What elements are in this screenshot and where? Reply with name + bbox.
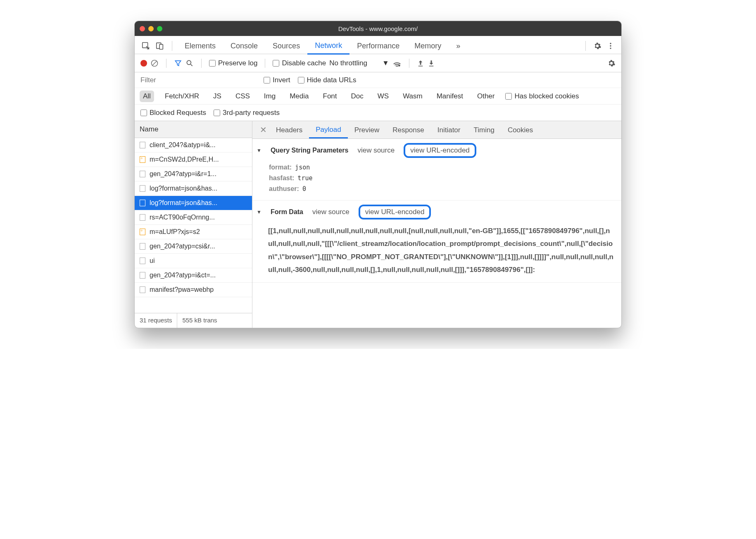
- request-item[interactable]: manifest?pwa=webhp: [135, 283, 252, 297]
- file-icon: [140, 142, 145, 148]
- file-icon: [140, 258, 145, 264]
- tab-more[interactable]: »: [449, 38, 468, 54]
- type-js[interactable]: JS: [210, 91, 225, 102]
- record-button[interactable]: [140, 60, 147, 67]
- close-window-button[interactable]: [140, 26, 145, 31]
- request-item[interactable]: gen_204?atyp=csi&r...: [135, 239, 252, 254]
- separator: [172, 41, 172, 51]
- dtab-initiator[interactable]: Initiator: [431, 122, 467, 138]
- third-party-label: 3rd-party requests: [223, 109, 280, 117]
- request-item[interactable]: ui: [135, 254, 252, 268]
- tab-memory[interactable]: Memory: [407, 38, 449, 54]
- preserve-log-label: Preserve log: [218, 59, 257, 67]
- file-icon: [140, 156, 145, 163]
- maximize-window-button[interactable]: [157, 26, 162, 31]
- request-item[interactable]: m=CnSW2d,DPreE,H...: [135, 153, 252, 167]
- invert-label: Invert: [273, 76, 290, 84]
- dtab-headers[interactable]: Headers: [269, 122, 309, 138]
- request-name: gen_204?atyp=i&r=1...: [150, 170, 216, 178]
- file-icon: [140, 171, 145, 177]
- minimize-window-button[interactable]: [148, 26, 154, 31]
- view-url-encoded-link[interactable]: view URL-encoded: [359, 205, 431, 219]
- type-font[interactable]: Font: [320, 91, 340, 102]
- request-item[interactable]: log?format=json&has...: [135, 181, 252, 196]
- type-doc[interactable]: Doc: [348, 91, 367, 102]
- disable-cache-checkbox[interactable]: Disable cache: [273, 59, 326, 67]
- collapse-icon[interactable]: ▼: [257, 209, 262, 215]
- main-tabs: Elements Console Sources Network Perform…: [135, 36, 621, 54]
- type-fetchxhr[interactable]: Fetch/XHR: [162, 91, 202, 102]
- panel-gear-icon[interactable]: [607, 59, 616, 67]
- hide-data-urls-checkbox[interactable]: Hide data URLs: [298, 76, 357, 84]
- collapse-icon[interactable]: ▼: [257, 148, 262, 153]
- request-name: m=aLUfP?xjs=s2: [150, 228, 200, 236]
- dtab-preview[interactable]: Preview: [348, 122, 386, 138]
- file-icon: [140, 229, 145, 235]
- blocked-requests-checkbox[interactable]: Blocked Requests: [140, 109, 206, 117]
- param-row: authuser:0: [269, 184, 615, 194]
- type-media[interactable]: Media: [286, 91, 312, 102]
- type-ws[interactable]: WS: [374, 91, 392, 102]
- request-name: log?format=json&has...: [150, 199, 217, 207]
- filter-input[interactable]: [140, 76, 256, 84]
- type-all[interactable]: All: [140, 91, 154, 102]
- type-img[interactable]: Img: [261, 91, 279, 102]
- download-icon[interactable]: [428, 60, 435, 67]
- tab-console[interactable]: Console: [223, 38, 265, 54]
- filter-icon[interactable]: [174, 59, 182, 67]
- has-blocked-cookies-label: Has blocked cookies: [514, 92, 579, 100]
- throttling-select[interactable]: No throttling▼: [329, 59, 389, 67]
- dtab-payload[interactable]: Payload: [309, 122, 347, 138]
- request-item[interactable]: gen_204?atyp=i&r=1...: [135, 167, 252, 181]
- disable-cache-label: Disable cache: [282, 59, 326, 67]
- upload-icon[interactable]: [417, 60, 424, 67]
- type-wasm[interactable]: Wasm: [399, 91, 426, 102]
- kebab-menu-icon[interactable]: [604, 42, 617, 50]
- request-item[interactable]: client_204?&atyp=i&...: [135, 138, 252, 153]
- dtab-response[interactable]: Response: [386, 122, 431, 138]
- param-row: format:json: [269, 162, 615, 173]
- has-blocked-cookies-checkbox[interactable]: Has blocked cookies: [505, 92, 579, 100]
- hide-data-urls-label: Hide data URLs: [307, 76, 357, 84]
- invert-checkbox[interactable]: Invert: [264, 76, 290, 84]
- blocked-requests-label: Blocked Requests: [150, 109, 206, 117]
- clear-icon[interactable]: [150, 59, 159, 67]
- inspect-icon[interactable]: [139, 41, 153, 50]
- file-icon: [140, 243, 145, 250]
- tab-elements[interactable]: Elements: [177, 38, 223, 54]
- transfer-size: 555 kB trans: [177, 313, 222, 328]
- request-item[interactable]: log?format=json&has...: [135, 196, 252, 210]
- view-source-link[interactable]: view source: [312, 208, 349, 216]
- request-item[interactable]: gen_204?atyp=i&ct=...: [135, 268, 252, 283]
- search-icon[interactable]: [185, 59, 194, 67]
- view-url-encoded-link[interactable]: view URL-encoded: [404, 143, 476, 158]
- type-manifest[interactable]: Manifest: [433, 91, 466, 102]
- param-value: true: [297, 174, 312, 182]
- type-other[interactable]: Other: [474, 91, 498, 102]
- device-toggle-icon[interactable]: [153, 41, 167, 50]
- query-string-title: Query String Parameters: [271, 147, 349, 154]
- view-source-link[interactable]: view source: [357, 146, 395, 155]
- request-item[interactable]: rs=ACT90oFqOrnng...: [135, 210, 252, 225]
- request-item[interactable]: m=aLUfP?xjs=s2: [135, 225, 252, 239]
- tab-performance[interactable]: Performance: [349, 38, 407, 54]
- dtab-timing[interactable]: Timing: [467, 122, 501, 138]
- request-name: client_204?&atyp=i&...: [150, 141, 216, 149]
- tab-sources[interactable]: Sources: [265, 38, 307, 54]
- svg-point-3: [610, 43, 611, 44]
- preserve-log-checkbox[interactable]: Preserve log: [209, 59, 257, 67]
- svg-point-5: [610, 48, 611, 49]
- type-css[interactable]: CSS: [232, 91, 253, 102]
- chevron-down-icon: ▼: [382, 59, 389, 67]
- dtab-cookies[interactable]: Cookies: [501, 122, 540, 138]
- network-conditions-icon[interactable]: [392, 59, 402, 67]
- form-data-section: ▼ Form Data view source view URL-encoded…: [252, 200, 621, 283]
- file-icon: [140, 200, 145, 206]
- third-party-checkbox[interactable]: 3rd-party requests: [214, 109, 280, 117]
- close-icon[interactable]: ✕: [257, 125, 269, 135]
- throttling-label: No throttling: [329, 59, 367, 67]
- resource-types-row: All Fetch/XHR JS CSS Img Media Font Doc …: [135, 88, 621, 105]
- gear-icon[interactable]: [591, 42, 604, 50]
- tab-network[interactable]: Network: [307, 37, 349, 55]
- request-count: 31 requests: [135, 313, 177, 328]
